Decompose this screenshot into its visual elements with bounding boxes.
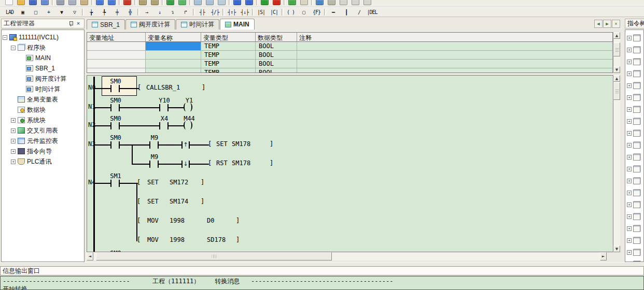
expander-icon[interactable]: − xyxy=(11,46,16,50)
instruction-tree-item[interactable]: + xyxy=(627,175,643,187)
tab-main[interactable]: MAIN xyxy=(220,19,255,30)
download-project-icon[interactable] xyxy=(164,0,176,7)
expander-icon[interactable]: + xyxy=(627,214,632,219)
column-header[interactable]: 变量地址 xyxy=(87,33,146,42)
expander-icon[interactable]: + xyxy=(11,118,16,123)
instruction-tree-item[interactable]: + xyxy=(627,139,643,151)
new-project-icon[interactable] xyxy=(3,0,15,7)
tab-valve-calc[interactable]: 阀开度计算 xyxy=(125,19,175,30)
tree-item-main[interactable]: MAIN xyxy=(2,53,84,63)
tree-item-instruction-wizard[interactable]: + 指令向导 xyxy=(2,146,84,156)
run-icon[interactable] xyxy=(259,0,271,7)
instruction-tree-item[interactable]: + xyxy=(627,163,643,175)
variable-row[interactable]: TEMP BOOL xyxy=(87,42,613,51)
instruction-tree-item[interactable]: + xyxy=(627,104,643,115)
cell-address[interactable] xyxy=(87,42,146,51)
coil[interactable] xyxy=(188,121,192,129)
instruction-tree-item[interactable]: + xyxy=(627,258,643,262)
pin-icon[interactable] xyxy=(68,21,74,27)
tree-item-time-calc[interactable]: 时间计算 xyxy=(2,84,84,94)
tree-item-project[interactable]: − 111111(IVC1L) xyxy=(2,32,84,42)
column-header[interactable]: 注释 xyxy=(297,33,613,42)
delete-line-icon[interactable]: ∕ xyxy=(353,8,366,17)
insert-cross-icon[interactable]: + xyxy=(42,8,55,17)
monitor-icon[interactable] xyxy=(314,0,326,7)
network-box-icon[interactable]: ▣ xyxy=(16,8,29,17)
cell-var-type[interactable]: TEMP xyxy=(201,51,256,60)
tab-scroll-right-button[interactable]: ► xyxy=(603,20,611,28)
delete-row-icon[interactable]: ╪ xyxy=(110,8,123,17)
append-network-icon[interactable]: ▽ xyxy=(68,8,81,17)
instruction-operand[interactable]: SM174 xyxy=(170,198,188,205)
instruction-tree-item[interactable]: + xyxy=(627,115,643,127)
instruction-tree-item[interactable]: + xyxy=(627,223,643,235)
cell-address[interactable] xyxy=(87,51,146,60)
instruction-tree-item[interactable]: + xyxy=(627,211,643,223)
cell-name[interactable] xyxy=(146,60,201,68)
append-row-icon[interactable]: ╄ xyxy=(97,8,110,17)
expander-icon[interactable]: + xyxy=(627,226,632,231)
tree-item-valve-calc[interactable]: 阀开度计算 xyxy=(2,74,84,84)
upload-project-icon[interactable] xyxy=(176,0,188,7)
cell-data-type[interactable]: BOOL xyxy=(256,68,297,73)
expander-icon[interactable]: + xyxy=(627,83,632,88)
variable-row[interactable]: TEMP BOOL xyxy=(87,68,613,73)
scroll-down-icon[interactable]: ▼ xyxy=(613,66,620,73)
cell-name[interactable] xyxy=(146,51,201,60)
expander-icon[interactable]: + xyxy=(627,250,632,255)
contact-rising-icon[interactable]: ┤↑├ xyxy=(225,8,238,17)
expander-icon[interactable]: + xyxy=(627,191,632,195)
instruction-tree-item[interactable]: + xyxy=(627,127,643,139)
expander-icon[interactable]: + xyxy=(11,160,16,164)
find-next-icon[interactable] xyxy=(149,0,161,7)
blank-box-icon[interactable]: □ xyxy=(29,8,42,17)
coil-icon[interactable]: ( ) xyxy=(284,8,297,17)
contact-no[interactable] xyxy=(110,104,120,111)
expander-icon[interactable]: + xyxy=(627,202,632,207)
cell-name[interactable] xyxy=(146,68,201,73)
window-split-icon[interactable] xyxy=(216,0,228,7)
instruction-mnemonic[interactable]: RST xyxy=(216,160,228,167)
wire-down-right-icon[interactable]: ↴ xyxy=(166,8,179,17)
contact-no[interactable] xyxy=(110,85,120,92)
instruction-operand[interactable]: SM178 xyxy=(232,140,250,148)
expander-icon[interactable]: + xyxy=(11,149,16,154)
tree-item-data-block[interactable]: 数据块 xyxy=(2,105,84,115)
cell-address[interactable] xyxy=(87,68,146,73)
tree-item-sbr1[interactable]: SBR_1 xyxy=(2,63,84,74)
cell-var-type[interactable]: TEMP xyxy=(201,60,256,68)
cell-comment[interactable] xyxy=(297,68,613,73)
state-button-2-icon[interactable] xyxy=(349,0,361,7)
edit-mode-icon[interactable] xyxy=(326,0,338,7)
cut-icon[interactable] xyxy=(54,0,66,7)
state-button-3-icon[interactable] xyxy=(361,0,373,7)
window-tile-icon[interactable] xyxy=(192,0,204,7)
move-down-icon[interactable] xyxy=(243,0,255,7)
tab-close-button[interactable]: × xyxy=(612,20,620,28)
contact-no[interactable] xyxy=(159,122,169,129)
instruction-tree-item[interactable]: + xyxy=(627,44,643,56)
cell-comment[interactable] xyxy=(297,60,613,68)
delete-vertical-line-icon[interactable]: |DEL xyxy=(366,8,379,17)
cell-var-type[interactable]: TEMP xyxy=(201,68,256,73)
column-header[interactable]: 数据类型 xyxy=(256,33,297,42)
contact-rising-edge[interactable]: ↑ xyxy=(181,141,190,149)
scrollbar-thumb[interactable] xyxy=(613,42,620,56)
contact-falling-edge[interactable]: ↓ xyxy=(181,161,190,168)
expander-icon[interactable]: + xyxy=(627,143,632,148)
tree-item-plc-comm[interactable]: + PLC通讯 xyxy=(2,156,84,167)
wire-down-icon[interactable]: ↓ xyxy=(153,8,166,17)
instruction-tree-item[interactable]: + xyxy=(627,199,643,211)
insert-network-icon[interactable]: ▼ xyxy=(55,8,68,17)
expander-icon[interactable]: + xyxy=(627,238,632,243)
open-project-icon[interactable] xyxy=(15,0,27,7)
scrollbar-thumb[interactable] xyxy=(96,252,332,260)
expander-icon[interactable]: + xyxy=(627,119,632,124)
instruction-tree-item[interactable]: + xyxy=(627,151,643,163)
instruction-tree-item[interactable]: + xyxy=(627,235,643,247)
save-icon[interactable] xyxy=(27,0,39,7)
insert-row-icon[interactable]: ╆ xyxy=(85,8,97,17)
state-button-1-icon[interactable] xyxy=(338,0,349,7)
tree-item-system-block[interactable]: + 系统块 xyxy=(2,115,84,125)
function-block-icon[interactable]: {F} xyxy=(310,8,323,17)
